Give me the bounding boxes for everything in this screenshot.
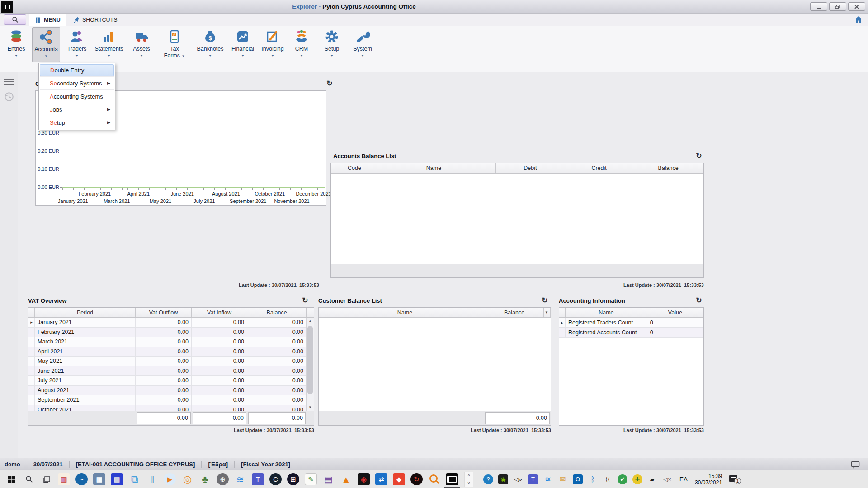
tab-menu[interactable]: MENU <box>29 14 66 26</box>
task-view-icon[interactable] <box>41 474 52 485</box>
ribbon-item-statements[interactable]: Statements ▼ <box>93 27 125 62</box>
taskbar-darkred-icon[interactable]: ↻ <box>410 473 423 485</box>
taskbar-winrar-icon[interactable]: ▤ <box>322 473 335 485</box>
menu-item[interactable]: Double Entry ▶ <box>40 64 114 76</box>
column-header-code[interactable]: Code <box>337 163 372 173</box>
ribbon-item-banknotes[interactable]: $ Banknotes ▼ <box>193 27 227 62</box>
menu-item[interactable]: Secondary Systems ▶ <box>40 76 114 89</box>
taskbar-disc-icon[interactable]: ◎ <box>181 473 193 485</box>
hamburger-menu-icon[interactable] <box>4 79 14 85</box>
taskbar-teams-icon[interactable]: T <box>252 473 264 485</box>
column-header-name[interactable]: Name <box>372 163 496 173</box>
status-fiscal-year[interactable]: [Fiscal Year 2021] <box>241 461 290 468</box>
taskbar-overflow-chevrons[interactable]: ^v <box>464 472 473 487</box>
taskbar-openoffice-icon[interactable]: ~ <box>75 473 88 485</box>
column-header-vat-outflow[interactable]: Vat Outflow <box>136 308 192 317</box>
taskbar-windows-app-icon[interactable]: ⊞ <box>287 473 299 485</box>
scroll-down-icon[interactable]: ▼ <box>307 404 314 411</box>
ribbon-item-system[interactable]: System ▼ <box>349 27 376 62</box>
vat-table-row[interactable]: September 2021 0.00 0.00 0.00 <box>28 395 307 405</box>
status-branch[interactable]: [Έδρα] <box>208 461 228 468</box>
column-header-value[interactable]: Value <box>647 308 703 317</box>
home-icon[interactable] <box>854 16 863 23</box>
taskbar-recorder-icon[interactable]: ◉ <box>358 473 370 485</box>
vat-table-row[interactable]: March 2021 0.00 0.00 0.00 <box>28 337 307 347</box>
close-button[interactable] <box>848 2 865 11</box>
tray-battery-icon[interactable]: ▰ <box>647 474 657 484</box>
taskbar-calculator-icon[interactable]: ▦ <box>93 473 105 485</box>
column-header-name[interactable]: Name <box>566 308 647 317</box>
vat-table-row[interactable]: May 2021 0.00 0.00 0.00 <box>28 357 307 366</box>
refresh-icon[interactable]: ↻ <box>695 152 703 160</box>
chat-bubble-icon[interactable] <box>851 461 860 470</box>
tray-teams-icon[interactable]: T <box>528 474 538 484</box>
ribbon-item-crm[interactable]: CRM ▼ <box>290 27 313 62</box>
Registered Traders Count[interactable]: ▸ Registered Traders Count 0 <box>559 318 703 328</box>
application-menu-button[interactable] <box>4 14 26 25</box>
vat-table-row[interactable]: July 2021 0.00 0.00 0.00 <box>28 376 307 386</box>
taskbar-wifi-app-icon[interactable]: ≋ <box>234 473 246 485</box>
ribbon-item-assets[interactable]: Assets ▼ <box>128 27 155 62</box>
column-filter-button[interactable]: ▼ <box>544 308 551 317</box>
column-header-balance[interactable]: Balance <box>633 163 703 173</box>
ribbon-item-accounts[interactable]: Accounts ▼ <box>32 27 60 62</box>
column-header-balance[interactable]: Balance <box>485 308 544 317</box>
column-header-debit[interactable]: Debit <box>496 163 565 173</box>
tray-360-plus-icon[interactable]: ✚ <box>632 474 642 484</box>
taskbar-pylon-icon[interactable] <box>446 473 458 485</box>
column-header-name[interactable]: Name <box>325 308 485 317</box>
column-header-period[interactable]: Period <box>35 308 136 317</box>
ribbon-item-traders[interactable]: Traders ▼ <box>63 27 90 62</box>
status-company[interactable]: [ETAI-001 ACCOUNTING OFFICE CYPRUS] <box>76 461 195 468</box>
start-button[interactable] <box>5 474 17 485</box>
taskbar-ccleaner-icon[interactable]: C <box>269 473 282 485</box>
menu-item[interactable]: Setup ▶ <box>40 116 114 129</box>
column-header-balance[interactable]: Balance <box>247 308 307 317</box>
menu-item[interactable]: Accounting Systems ▶ <box>40 89 114 103</box>
vat-scrollbar[interactable]: ▲ ▼ <box>306 318 314 411</box>
status-date[interactable]: 30/07/2021 <box>33 461 63 468</box>
tray-signal-icon[interactable]: ⟨⟨ <box>603 474 613 484</box>
refresh-icon[interactable]: ↻ <box>301 296 309 305</box>
vat-table-row[interactable]: April 2021 0.00 0.00 0.00 <box>28 347 307 357</box>
tray-nvidia-icon[interactable]: ◉ <box>498 474 508 484</box>
tray-volume-icon[interactable]: ◁» <box>513 474 523 484</box>
tray-help-icon[interactable]: ? <box>483 474 493 484</box>
menu-item[interactable]: Jobs ▶ <box>40 103 114 116</box>
taskbar-media-player-icon[interactable]: ▶ <box>164 473 176 485</box>
tray-bluetooth-icon[interactable]: ᛒ <box>588 474 598 484</box>
column-header-credit[interactable]: Credit <box>565 163 634 173</box>
taskbar-search-icon[interactable] <box>23 474 35 485</box>
minimize-button[interactable] <box>810 2 827 11</box>
ribbon-item-invoicing[interactable]: Invoicing ▼ <box>259 27 287 62</box>
taskbar-orange-search-icon[interactable] <box>428 473 440 485</box>
refresh-icon[interactable]: ↻ <box>695 296 703 305</box>
taskbar-monitors-icon[interactable]: ⧉ <box>128 473 141 485</box>
taskbar-vlc-icon[interactable]: ▲ <box>340 473 352 485</box>
restore-button[interactable] <box>829 2 846 11</box>
taskbar-notes-icon[interactable]: ✎ <box>305 473 317 485</box>
ribbon-item-entries[interactable]: Entries ▼ <box>4 27 29 62</box>
tray-outlook-icon[interactable]: O <box>573 474 583 484</box>
refresh-icon[interactable]: ↻ <box>541 296 549 305</box>
tray-muted-icon[interactable]: ◁× <box>662 474 672 484</box>
taskbar-popcorn-icon[interactable]: ▥ <box>58 473 70 485</box>
column-header-vat-inflow[interactable]: Vat Inflow <box>192 308 247 317</box>
history-icon[interactable] <box>4 91 14 103</box>
vat-table-row[interactable]: June 2021 0.00 0.00 0.00 <box>28 366 307 376</box>
taskbar-clock[interactable]: 15:39 30/07/2021 <box>695 473 722 486</box>
ribbon-item-tax-forms[interactable]: Tax Forms ▼ <box>159 27 190 62</box>
vat-table-row[interactable]: February 2021 0.00 0.00 0.00 <box>28 328 307 338</box>
taskbar-teamviewer-icon[interactable]: ⇄ <box>375 473 387 485</box>
refresh-icon[interactable]: ↻ <box>326 80 334 88</box>
tab-shortcuts[interactable]: SHORTCUTS <box>68 14 123 26</box>
taskbar-floppy-icon[interactable]: ▤ <box>111 473 123 485</box>
tray-mail-icon[interactable]: ✉ <box>558 474 568 484</box>
vat-table-row[interactable]: ▸ January 2021 0.00 0.00 0.00 <box>28 318 307 328</box>
tray-shield-check-icon[interactable]: ✔ <box>618 474 627 484</box>
vat-table-row[interactable]: August 2021 0.00 0.00 0.00 <box>28 386 307 396</box>
taskbar-tree-icon[interactable]: ♣ <box>199 473 211 485</box>
tray-wifi-icon[interactable]: ≋ <box>543 474 553 484</box>
scrollbar-thumb[interactable] <box>307 326 313 394</box>
notification-center-icon[interactable]: 1 <box>729 474 741 484</box>
